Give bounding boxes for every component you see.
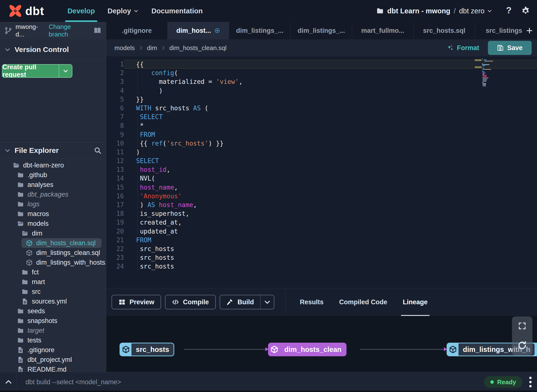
tree-item-dbt-packages[interactable]: dbt_packages <box>0 190 106 199</box>
tree-item-label: dim <box>32 230 43 237</box>
dbt-logo[interactable]: dbt <box>8 4 44 18</box>
tree-item-gitignore[interactable]: .gitignore <box>0 345 106 355</box>
tree-item-src[interactable]: src <box>0 287 106 296</box>
code-line[interactable]: 1{{ <box>106 60 537 69</box>
format-button[interactable]: Format <box>447 44 479 52</box>
breadcrumb-item[interactable]: models <box>114 44 135 52</box>
editor-tab-dim-listings[interactable]: dim_listings_... <box>229 22 291 39</box>
code-line[interactable]: 24 src_hosts <box>106 262 537 271</box>
code-line[interactable]: 14 NVL( <box>106 174 537 183</box>
file-explorer-header[interactable]: File Explorer <box>0 142 106 158</box>
compile-button[interactable]: Compile <box>165 295 216 309</box>
build-options-caret[interactable] <box>260 295 274 309</box>
tree-item-macros[interactable]: macros <box>0 209 106 219</box>
new-tab-button[interactable] <box>522 22 537 39</box>
save-button[interactable]: Save <box>488 41 532 55</box>
code-line[interactable]: 16 'Anonymous' <box>106 192 537 200</box>
command-input[interactable]: dbt build --select <model_name> <box>26 378 121 386</box>
environment-label: dbt zero <box>459 7 485 15</box>
tree-item-dim-listings-clean-sql[interactable]: dim_listings_clean.sql <box>0 248 106 258</box>
code-line[interactable]: 5}} <box>106 95 537 104</box>
code-line[interactable]: 7 SELECT <box>106 113 537 121</box>
nav-item-develop[interactable]: Develop <box>68 0 95 22</box>
minimap[interactable] <box>482 58 496 87</box>
code-line[interactable]: 11) <box>106 148 537 157</box>
help-icon[interactable]: ? <box>504 6 514 16</box>
breadcrumb-item[interactable]: dim <box>147 44 157 52</box>
search-icon[interactable] <box>94 147 102 154</box>
tab-lineage[interactable]: Lineage <box>403 288 428 316</box>
code-line[interactable]: 12SELECT <box>106 157 537 165</box>
tree-item-analyses[interactable]: analyses <box>0 180 106 190</box>
code-line[interactable]: 20 updated_at <box>106 227 537 236</box>
docs-book-icon[interactable] <box>93 26 102 35</box>
tree-item-dim-hosts-clean-sql[interactable]: dim_hosts_clean.sql <box>21 238 102 248</box>
create-pull-request-button[interactable]: Create pull request <box>2 64 72 78</box>
tree-item-seeds[interactable]: seeds <box>0 306 106 316</box>
fullscreen-icon[interactable] <box>518 322 527 330</box>
code-line[interactable]: 3 materialized = 'view', <box>106 77 537 86</box>
tree-item-mart[interactable]: mart <box>0 277 106 287</box>
refresh-icon[interactable] <box>517 340 527 350</box>
version-control-header[interactable]: Version Control <box>0 39 106 60</box>
code-line[interactable]: 22 src_hosts <box>106 244 537 253</box>
editor-tab-src-hosts-sql[interactable]: src_hosts.sql <box>414 22 475 39</box>
tree-item-github[interactable]: .github <box>0 170 106 180</box>
build-button[interactable]: Build <box>220 295 275 309</box>
preview-button[interactable]: Preview <box>112 295 161 309</box>
tree-item-label: macros <box>27 210 49 218</box>
code-line[interactable]: 4 ) <box>106 86 537 95</box>
line-number: 7 <box>106 113 124 121</box>
tree-item-sources-yml[interactable]: sources.yml <box>0 296 106 306</box>
editor-tab-dim-host[interactable]: dim_host... <box>168 22 229 39</box>
tree-item-snapshots[interactable]: snapshots <box>0 316 106 326</box>
code-line[interactable]: 9 FROM <box>106 130 537 139</box>
code-line[interactable]: 21FROM <box>106 236 537 244</box>
code-line[interactable]: 18 is_superhost, <box>106 209 537 218</box>
lineage-node-dim-hosts-clean[interactable]: dim_hosts_clean <box>268 343 346 356</box>
line-number: 20 <box>106 227 124 236</box>
code-line[interactable]: 13 host_id, <box>106 165 537 174</box>
code-line[interactable]: 23 src_hosts <box>106 253 537 262</box>
code-line[interactable]: 17 ) AS host_name, <box>106 200 537 209</box>
tree-item-dim[interactable]: dim <box>0 228 106 238</box>
tree-item-dbt-project-yml[interactable]: dbt_project.yml <box>0 355 106 365</box>
tree-item-tests[interactable]: tests <box>0 335 106 345</box>
settings-gear-icon[interactable] <box>521 6 530 16</box>
tree-item-logs[interactable]: logs <box>0 199 106 209</box>
nav-item-deploy[interactable]: Deploy <box>107 0 139 22</box>
tab-compiled-code[interactable]: Compiled Code <box>339 288 387 316</box>
chevron-up-icon[interactable] <box>4 378 13 386</box>
nav-item-documentation[interactable]: Documentation <box>151 0 203 22</box>
project-separator: / <box>454 7 456 15</box>
code-line[interactable]: 19 created_at, <box>106 218 537 227</box>
tab-results[interactable]: Results <box>300 288 324 316</box>
editor-tab-mart-fullmo[interactable]: mart_fullmo... <box>352 22 414 39</box>
kebab-menu-icon[interactable] <box>529 377 532 387</box>
tree-item-dbt-learn-zero[interactable]: dbt-learn-zero <box>0 160 106 170</box>
lineage-canvas[interactable]: src_hostsdim_hosts_cleandim_listings_wit… <box>106 316 537 372</box>
editor-tab-dim-listings[interactable]: dim_listings_... <box>291 22 352 39</box>
breadcrumb-item[interactable]: dim_hosts_clean.sql <box>169 44 227 52</box>
code-line[interactable]: 15 host_name, <box>106 183 537 192</box>
code-line[interactable]: 10 {{ ref('src_hosts') }} <box>106 139 537 148</box>
model-icon <box>26 259 33 266</box>
lineage-node-src-hosts[interactable]: src_hosts <box>120 343 174 356</box>
nav-right: dbt Learn - mwong / dbt zero ? <box>376 6 530 16</box>
tree-item-dim-listings-with-hosts[interactable]: dim_listings_with_hosts... <box>0 258 106 267</box>
environment-selector[interactable]: dbt zero <box>459 7 492 15</box>
line-number: 24 <box>106 262 124 271</box>
pr-options-caret[interactable] <box>59 65 72 77</box>
cube-icon <box>269 345 280 354</box>
tree-item-readme-md[interactable]: README.md <box>0 365 106 372</box>
editor-tab-gitignore[interactable]: .gitignore <box>106 22 168 39</box>
editor-tab-src-listings[interactable]: src_listings. <box>475 22 522 39</box>
code-line[interactable]: 8 * <box>106 121 537 130</box>
tree-item-target[interactable]: target <box>0 326 106 335</box>
code-line[interactable]: 2 config( <box>106 69 537 77</box>
change-branch-link[interactable]: Change branch <box>49 23 90 38</box>
tree-item-models[interactable]: models <box>0 219 106 228</box>
code-editor[interactable]: 1{{2 config(3 materialized = 'view',4 )5… <box>106 56 537 288</box>
code-line[interactable]: 6WITH src_hosts AS ( <box>106 104 537 113</box>
tree-item-fct[interactable]: fct <box>0 267 106 277</box>
